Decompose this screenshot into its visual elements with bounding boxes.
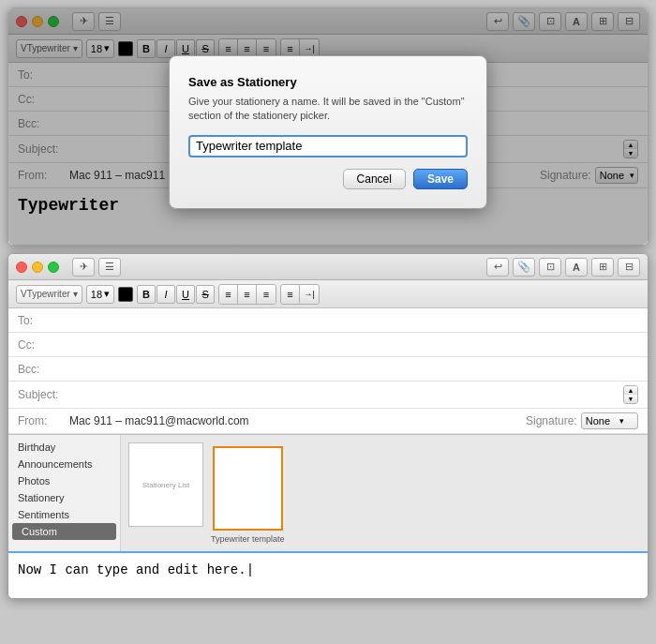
stationery-sentiments[interactable]: Sentiments: [8, 506, 120, 523]
close-button-2[interactable]: [16, 262, 27, 273]
compose-area-2: To: Cc: Bcc: Subject: ▲ ▼ From: Mac 911 …: [8, 308, 648, 598]
cc-input-2[interactable]: [69, 338, 638, 352]
traffic-lights-2: [16, 262, 59, 273]
to-row-2: To:: [8, 308, 648, 333]
align-buttons-2: ≡ ≡ ≡: [218, 284, 276, 305]
from-row-2: From: Mac 911 – mac911@macworld.com Sign…: [8, 409, 648, 434]
stationery-birthday[interactable]: Birthday: [8, 439, 120, 456]
modal-title: Save as Stationery: [188, 75, 468, 89]
align-right-button-2[interactable]: ≡: [257, 285, 276, 304]
titlebar-right-icons-2: ↩ 📎 ⊡ A ⊞ ⊟: [486, 258, 640, 277]
menu-icon-2[interactable]: ☰: [98, 258, 121, 277]
save-stationery-modal: Save as Stationery Give your stationery …: [169, 55, 487, 209]
modal-buttons: Cancel Save: [188, 169, 468, 189]
titlebar-2: ✈ ☰ ↩ 📎 ⊡ A ⊞ ⊟: [8, 254, 648, 280]
gallery-icon-2[interactable]: ⊞: [591, 258, 614, 277]
photo-icon-2[interactable]: ⊡: [539, 258, 561, 277]
indent-button-2[interactable]: →|: [300, 285, 319, 304]
font-size-selector-2[interactable]: 18 ▾: [86, 285, 114, 304]
from-label-2: From:: [18, 414, 69, 427]
underline-button-2[interactable]: U: [176, 285, 195, 304]
subject-row-2: Subject: ▲ ▼: [8, 382, 648, 409]
thumb-1-label: Stationery List: [142, 481, 190, 489]
window-2: ✈ ☰ ↩ 📎 ⊡ A ⊞ ⊟ VTypewriter ▾ 18 ▾ B I U…: [7, 253, 649, 599]
body-text-2[interactable]: Now I can type and edit here.: [18, 562, 246, 577]
modal-overlay: Save as Stationery Give your stationery …: [8, 8, 648, 245]
bcc-input-2[interactable]: [69, 363, 638, 376]
stationery-sidebar: Birthday Announcements Photos Stationery…: [8, 435, 121, 551]
stationery-stationery[interactable]: Stationery: [8, 489, 120, 506]
subject-label-2: Subject:: [18, 388, 69, 401]
font-size-2: 18: [91, 289, 102, 300]
cursor: [246, 562, 254, 577]
subject-input-2[interactable]: [69, 388, 623, 401]
bcc-row-2: Bcc:: [8, 357, 648, 382]
minimize-button-2[interactable]: [32, 262, 43, 273]
modal-description: Give your stationery a name. It will be …: [188, 95, 468, 124]
compose-body-editable[interactable]: Now I can type and edit here.: [8, 551, 648, 598]
stationery-thumb-1-wrapper: Stationery List: [128, 442, 203, 527]
list-button-2[interactable]: ≡: [281, 285, 300, 304]
sig-arrow-2: ▾: [619, 416, 624, 426]
signature-label-2: Signature:: [526, 414, 577, 427]
stationery-announcements[interactable]: Announcements: [8, 456, 120, 472]
font-selector-2[interactable]: VTypewriter ▾: [16, 285, 82, 304]
signature-area-2: Signature: None ▾: [526, 412, 638, 429]
bold-button-2[interactable]: B: [137, 285, 156, 304]
more-icon-2[interactable]: ⊟: [618, 258, 640, 277]
font-name-2: VTypewriter: [21, 289, 70, 299]
cancel-button[interactable]: Cancel: [343, 169, 406, 189]
attach-icon-2[interactable]: 📎: [513, 258, 535, 277]
send-icon-2[interactable]: ✈: [72, 258, 95, 277]
stationery-thumb-selected[interactable]: [213, 446, 283, 531]
stepper-up-2[interactable]: ▲: [624, 386, 637, 395]
font-icon-2[interactable]: A: [565, 258, 588, 277]
color-picker-2[interactable]: [118, 287, 133, 302]
stationery-name-input[interactable]: [188, 135, 468, 157]
font-dropdown-arrow-2: ▾: [73, 289, 78, 299]
stationery-content: Stationery List Typewriter template: [121, 435, 648, 551]
stationery-photos[interactable]: Photos: [8, 472, 120, 489]
thumb-2-label: Typewriter template: [211, 534, 285, 544]
stationery-panel: Birthday Announcements Photos Stationery…: [8, 434, 648, 551]
maximize-button-2[interactable]: [48, 262, 59, 273]
format-toolbar-2: VTypewriter ▾ 18 ▾ B I U S ≡ ≡ ≡ ≡ →|: [8, 280, 648, 308]
stationery-thumb-2-wrapper: Typewriter template: [211, 446, 285, 544]
italic-button-2[interactable]: I: [157, 285, 175, 304]
format-buttons-2: B I U S: [137, 285, 215, 304]
to-input-2[interactable]: [69, 314, 638, 327]
size-dropdown-arrow-2: ▾: [104, 288, 110, 300]
strikethrough-button-2[interactable]: S: [196, 285, 215, 304]
stepper-down-2[interactable]: ▼: [624, 395, 637, 403]
signature-selector-2[interactable]: None ▾: [581, 412, 638, 429]
to-label-2: To:: [18, 314, 69, 327]
subject-stepper-2[interactable]: ▲ ▼: [623, 385, 638, 404]
undo-icon-2[interactable]: ↩: [486, 258, 509, 277]
bcc-label-2: Bcc:: [18, 363, 69, 376]
stationery-thumb-1[interactable]: Stationery List: [128, 442, 203, 527]
cc-row-2: Cc:: [8, 333, 648, 357]
align-center-button-2[interactable]: ≡: [238, 285, 257, 304]
signature-value-2: None: [586, 415, 610, 427]
save-button[interactable]: Save: [413, 169, 468, 189]
stationery-custom[interactable]: Custom: [12, 523, 116, 540]
titlebar-icons-2: ✈ ☰: [72, 258, 121, 277]
from-value-2: Mac 911 – mac911@macworld.com: [69, 414, 526, 427]
list-buttons-2: ≡ →|: [280, 284, 320, 305]
cc-label-2: Cc:: [18, 338, 69, 352]
align-left-button-2[interactable]: ≡: [219, 285, 238, 304]
window-1: ✈ ☰ ↩ 📎 ⊡ A ⊞ ⊟ VTypewriter ▾ 18 ▾ B I U…: [7, 7, 649, 246]
